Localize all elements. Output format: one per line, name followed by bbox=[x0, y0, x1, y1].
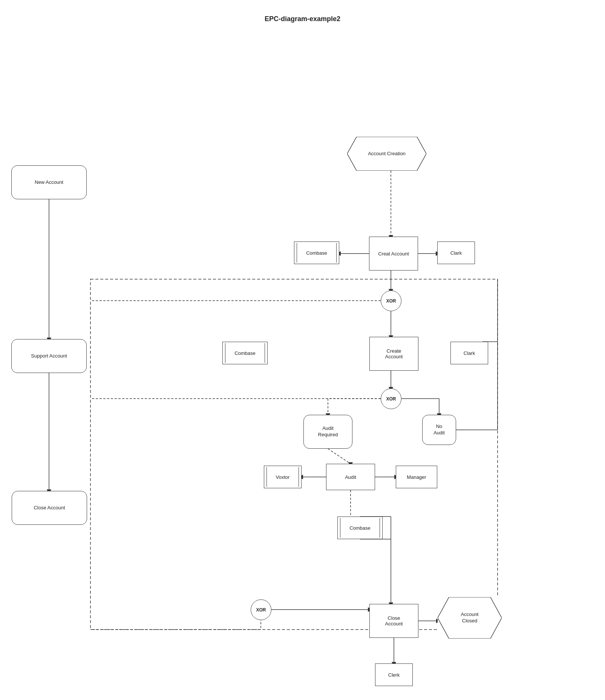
combase2-node: Combase bbox=[222, 342, 268, 364]
clark1-node: Clark bbox=[437, 241, 475, 264]
close-account-left-node: Close Account bbox=[12, 491, 87, 525]
account-creation-node: Account Creation bbox=[347, 137, 426, 171]
svg-line-25 bbox=[328, 449, 351, 464]
audit-node: Audit bbox=[326, 464, 375, 490]
clark2-node: Clark bbox=[450, 342, 488, 364]
create-account-node: Create Account bbox=[369, 337, 418, 371]
support-account-node: Support Account bbox=[11, 339, 87, 373]
combase3-node: Combase bbox=[337, 517, 383, 539]
diagram-container: New Account Support Account Close Accoun… bbox=[0, 31, 605, 700]
clerk-node: Clerk bbox=[375, 663, 413, 686]
connectors-svg bbox=[0, 31, 605, 700]
svg-rect-0 bbox=[90, 279, 498, 630]
new-account-node: New Account bbox=[11, 165, 87, 199]
diagram-title: EPC-diagram-example2 bbox=[0, 0, 605, 31]
combase1-node: Combase bbox=[294, 241, 339, 264]
account-closed-node: Account Closed bbox=[438, 597, 502, 639]
no-audit-node: No Audit bbox=[422, 415, 456, 445]
audit-required-node: Audit Required bbox=[303, 415, 352, 449]
close-account-node: Close Account bbox=[369, 604, 418, 638]
manager-node: Manager bbox=[396, 466, 437, 488]
xor1-node: XOR bbox=[381, 290, 401, 311]
creat-account-node: Creat Account bbox=[369, 237, 418, 271]
voxtor-node: Voxtor bbox=[264, 466, 302, 488]
xor3-node: XOR bbox=[251, 599, 271, 620]
xor2-node: XOR bbox=[381, 388, 401, 409]
